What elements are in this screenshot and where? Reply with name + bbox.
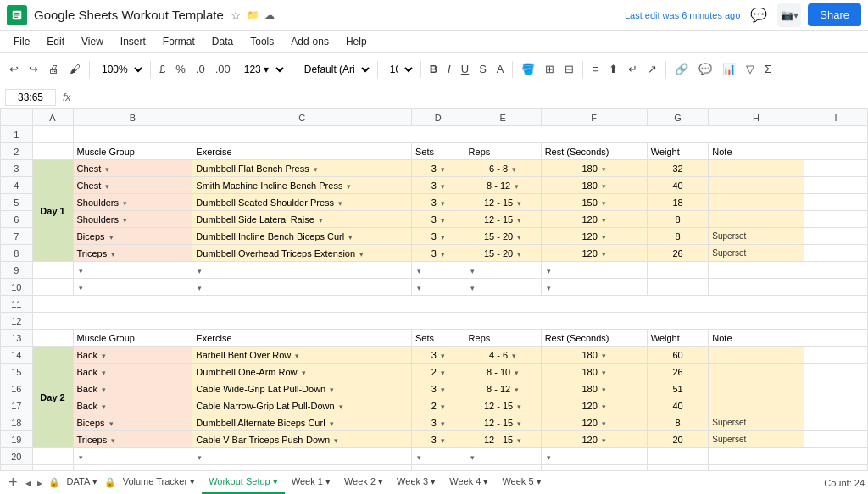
tab-week4[interactable]: Week 4 ▾ bbox=[442, 472, 495, 494]
strikethrough-button[interactable]: S bbox=[475, 59, 491, 79]
valign-button[interactable]: ⬆ bbox=[604, 59, 622, 79]
menu-view[interactable]: View bbox=[75, 34, 110, 49]
exercise-vbar-tricep[interactable]: Cable V-Bar Triceps Push-Down ▾ bbox=[192, 431, 412, 448]
muscle-biceps2[interactable]: Biceps ▾ bbox=[73, 414, 192, 431]
cell-i5[interactable] bbox=[804, 194, 867, 211]
reps-r4[interactable]: 8 - 12 ▾ bbox=[465, 177, 541, 194]
sheet-container[interactable]: A B C D E F G H I 1 bbox=[0, 108, 868, 470]
add-sheet-button[interactable]: + bbox=[3, 474, 23, 491]
cell-i7[interactable] bbox=[804, 228, 867, 245]
halign-button[interactable]: ≡ bbox=[587, 59, 603, 79]
tab-week5[interactable]: Week 5 ▾ bbox=[495, 472, 548, 494]
reps-r8[interactable]: 15 - 20 ▾ bbox=[465, 245, 541, 262]
exercise-lateral-raise[interactable]: Dumbbell Side Lateral Raise ▾ bbox=[192, 211, 412, 228]
header2-weight[interactable]: Weight bbox=[647, 330, 709, 347]
paint-format-button[interactable]: 🖌 bbox=[65, 59, 85, 79]
exercise-narrow-lat[interactable]: Cable Narrow-Grip Lat Pull-Down ▾ bbox=[192, 397, 412, 414]
cell-i4[interactable] bbox=[804, 177, 867, 194]
header2-muscle[interactable]: Muscle Group bbox=[73, 330, 192, 347]
header-muscle-group[interactable]: Muscle Group bbox=[73, 143, 192, 160]
menu-addons[interactable]: Add-ons bbox=[284, 34, 336, 49]
filter-button[interactable]: ▽ bbox=[742, 59, 759, 79]
sets-r14[interactable]: 3 ▾ bbox=[412, 347, 465, 364]
menu-tools[interactable]: Tools bbox=[243, 34, 281, 49]
tab-week2[interactable]: Week 2 ▾ bbox=[337, 472, 390, 494]
col-e-header[interactable]: E bbox=[465, 109, 541, 126]
rest-r19[interactable]: 120 ▾ bbox=[541, 431, 647, 448]
note-r7[interactable]: Superset bbox=[709, 228, 804, 245]
note-r17[interactable] bbox=[709, 397, 804, 414]
header2-sets[interactable]: Sets bbox=[412, 330, 465, 347]
sets-r4[interactable]: 3 ▾ bbox=[412, 177, 465, 194]
weight-r5[interactable]: 18 bbox=[647, 194, 709, 211]
format-select[interactable]: 123 ▾ bbox=[236, 60, 287, 79]
tab-week3[interactable]: Week 3 ▾ bbox=[390, 472, 442, 494]
cell-a2[interactable] bbox=[32, 143, 73, 160]
note-r18[interactable]: Superset bbox=[709, 414, 804, 431]
muscle-shoulders2[interactable]: Shoulders ▾ bbox=[73, 211, 192, 228]
sets-r6[interactable]: 3 ▾ bbox=[412, 211, 465, 228]
rest-r5[interactable]: 150 ▾ bbox=[541, 194, 647, 211]
header-reps[interactable]: Reps bbox=[465, 143, 541, 160]
col-h-header[interactable]: H bbox=[709, 109, 804, 126]
zoom-select[interactable]: 100% bbox=[94, 60, 146, 79]
muscle-triceps2[interactable]: Triceps ▾ bbox=[73, 431, 192, 448]
weight-r3[interactable]: 32 bbox=[647, 160, 709, 177]
fill-color-button[interactable]: 🪣 bbox=[517, 59, 539, 79]
chart-button[interactable]: 📊 bbox=[718, 59, 740, 79]
borders-button[interactable]: ⊞ bbox=[541, 59, 559, 79]
tab-nav-next[interactable]: ▸ bbox=[35, 475, 45, 491]
rest-r4[interactable]: 180 ▾ bbox=[541, 177, 647, 194]
cell-a1[interactable] bbox=[32, 126, 73, 143]
formula-input[interactable] bbox=[77, 92, 863, 103]
header2-rest[interactable]: Rest (Seconds) bbox=[541, 330, 647, 347]
col-i-header[interactable]: I bbox=[804, 109, 867, 126]
cell-b1[interactable] bbox=[73, 126, 868, 143]
header-sets[interactable]: Sets bbox=[412, 143, 465, 160]
rest-r7[interactable]: 120 ▾ bbox=[541, 228, 647, 245]
weight-r4[interactable]: 40 bbox=[647, 177, 709, 194]
exercise-alt-biceps[interactable]: Dumbbell Alternate Biceps Curl ▾ bbox=[192, 414, 412, 431]
muscle-back1[interactable]: Back ▾ bbox=[73, 347, 192, 364]
menu-edit[interactable]: Edit bbox=[40, 34, 71, 49]
note-r6[interactable] bbox=[709, 211, 804, 228]
rest-r15[interactable]: 180 ▾ bbox=[541, 364, 647, 380]
font-select[interactable]: Default (Ari...) bbox=[297, 60, 373, 79]
weight-r16[interactable]: 51 bbox=[647, 380, 709, 397]
underline-button[interactable]: U bbox=[457, 59, 473, 79]
col-b-header[interactable]: B bbox=[73, 109, 192, 126]
menu-data[interactable]: Data bbox=[205, 34, 240, 49]
cell-i2[interactable] bbox=[804, 143, 867, 160]
link-button[interactable]: 🔗 bbox=[670, 59, 693, 79]
rotate-button[interactable]: ↗ bbox=[643, 59, 661, 79]
col-g-header[interactable]: G bbox=[647, 109, 709, 126]
note-r14[interactable] bbox=[709, 347, 804, 364]
tab-data[interactable]: DATA ▾ bbox=[60, 472, 104, 494]
undo-button[interactable]: ↩ bbox=[5, 59, 23, 79]
weight-r6[interactable]: 8 bbox=[647, 211, 709, 228]
bold-button[interactable]: B bbox=[426, 59, 442, 79]
weight-r8[interactable]: 26 bbox=[647, 245, 709, 262]
currency-button[interactable]: £ bbox=[155, 59, 170, 79]
tab-nav-prev[interactable]: ◂ bbox=[23, 475, 33, 491]
exercise-incline-biceps[interactable]: Dumbbell Incline Bench Biceps Curl ▾ bbox=[192, 228, 412, 245]
muscle-triceps1[interactable]: Triceps ▾ bbox=[73, 245, 192, 262]
weight-r14[interactable]: 60 bbox=[647, 347, 709, 364]
reps-r18[interactable]: 12 - 15 ▾ bbox=[465, 414, 541, 431]
cell-i6[interactable] bbox=[804, 211, 867, 228]
percent-button[interactable]: % bbox=[171, 59, 190, 79]
decimal-decrease-button[interactable]: .0 bbox=[192, 59, 209, 79]
weight-r15[interactable]: 26 bbox=[647, 364, 709, 380]
menu-format[interactable]: Format bbox=[156, 34, 202, 49]
sets-r3[interactable]: 3 ▾ bbox=[412, 160, 465, 177]
muscle-back3[interactable]: Back ▾ bbox=[73, 380, 192, 397]
tab-volume-tracker[interactable]: Volume Tracker ▾ bbox=[116, 472, 202, 494]
rest-r3[interactable]: 180 ▾ bbox=[541, 160, 647, 177]
sets-r5[interactable]: 3 ▾ bbox=[412, 194, 465, 211]
text-color-button[interactable]: A bbox=[492, 59, 509, 79]
sets-r17[interactable]: 2 ▾ bbox=[412, 397, 465, 414]
header2-reps[interactable]: Reps bbox=[465, 330, 541, 347]
muscle-biceps1[interactable]: Biceps ▾ bbox=[73, 228, 192, 245]
drive-icon[interactable]: 📁 bbox=[247, 9, 259, 21]
print-button[interactable]: 🖨 bbox=[44, 59, 64, 79]
